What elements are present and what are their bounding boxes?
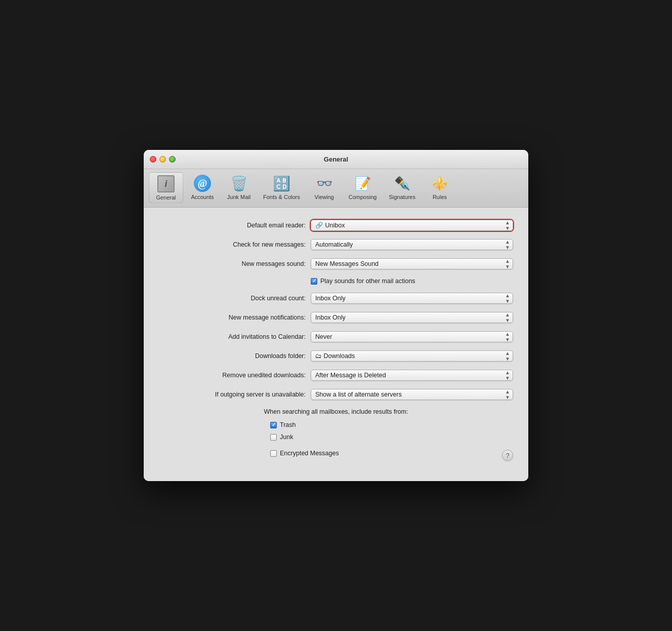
toolbar-item-accounts[interactable]: @ Accounts: [185, 172, 220, 203]
toolbar-label-general: General: [156, 194, 176, 201]
toolbar: General @ Accounts 🗑️ Junk Mail 🔠 Fonts …: [144, 169, 528, 208]
remove-downloads-label: Remove unedited downloads:: [159, 372, 311, 379]
toolbar-label-signatures: Signatures: [389, 194, 415, 200]
main-window: General General @ Accounts 🗑️ Junk Mail: [144, 150, 528, 481]
fonts-icon: 🔠: [272, 174, 290, 192]
check-messages-select-wrapper: Automatically Every 1 minute Every 5 min…: [311, 239, 513, 250]
new-sound-control: New Messages Sound None Basso Blow ▲▼: [311, 258, 513, 269]
remove-downloads-control: After Message is Deleted Never When Mail…: [311, 370, 513, 381]
remove-downloads-select-wrapper: After Message is Deleted Never When Mail…: [311, 370, 513, 381]
trash-checkbox[interactable]: [270, 422, 277, 428]
composing-icon: 📝: [354, 174, 372, 192]
notifications-row: New message notifications: Inbox Only Al…: [159, 312, 513, 323]
toolbar-label-fonts-colors: Fonts & Colors: [263, 194, 300, 200]
signatures-icon: ✒️: [393, 174, 411, 192]
notifications-select[interactable]: Inbox Only All Mailboxes None VIPs Conta…: [311, 312, 513, 323]
settings-content: Default email reader: 🔗 Unibox Mail Airm…: [144, 208, 528, 481]
check-messages-row: Check for new messages: Automatically Ev…: [159, 239, 513, 250]
new-sound-select[interactable]: New Messages Sound None Basso Blow: [311, 258, 513, 269]
new-sound-select-wrapper: New Messages Sound None Basso Blow ▲▼: [311, 258, 513, 269]
minimize-button[interactable]: [159, 156, 166, 163]
rules-icon: ⚜️: [431, 174, 449, 192]
trash-row: Trash: [159, 421, 513, 428]
search-section-title: When searching all mailboxes, include re…: [159, 408, 513, 415]
junk-checkbox[interactable]: [270, 434, 277, 441]
outgoing-server-control: Show a list of alternate servers Automat…: [311, 389, 513, 400]
outgoing-server-label: If outgoing server is unavailable:: [159, 391, 311, 398]
encrypted-checkbox[interactable]: [270, 450, 277, 457]
junkmail-icon: 🗑️: [230, 174, 248, 192]
toolbar-item-junk-mail[interactable]: 🗑️ Junk Mail: [222, 172, 256, 203]
toolbar-label-accounts: Accounts: [191, 194, 214, 200]
outgoing-server-select[interactable]: Show a list of alternate servers Automat…: [311, 389, 513, 400]
invitations-control: Never Automatically Ask ▲▼: [311, 331, 513, 342]
maximize-button[interactable]: [169, 156, 176, 163]
check-messages-select[interactable]: Automatically Every 1 minute Every 5 min…: [311, 239, 513, 250]
default-email-select[interactable]: 🔗 Unibox Mail Airmail: [311, 220, 513, 231]
downloads-row: Downloads folder: 🗂 Downloads Other... ▲…: [159, 350, 513, 362]
outgoing-server-select-wrapper: Show a list of alternate servers Automat…: [311, 389, 513, 400]
notifications-select-wrapper: Inbox Only All Mailboxes None VIPs Conta…: [311, 312, 513, 323]
toolbar-label-junk-mail: Junk Mail: [227, 194, 250, 200]
window-title: General: [324, 155, 348, 163]
downloads-label: Downloads folder:: [159, 352, 311, 360]
title-bar: General: [144, 150, 528, 169]
dock-count-select[interactable]: Inbox Only All Mailboxes None: [311, 293, 513, 304]
close-button[interactable]: [150, 156, 156, 163]
toolbar-item-viewing[interactable]: 👓 Viewing: [307, 172, 342, 203]
trash-label: Trash: [280, 421, 296, 428]
downloads-select-wrapper: 🗂 Downloads Other... ▲▼: [311, 350, 513, 362]
play-sounds-label: Play sounds for other mail actions: [320, 278, 415, 285]
general-icon: [157, 175, 175, 193]
default-email-row: Default email reader: 🔗 Unibox Mail Airm…: [159, 220, 513, 231]
dock-count-select-wrapper: Inbox Only All Mailboxes None ▲▼: [311, 293, 513, 304]
default-email-label: Default email reader:: [159, 222, 311, 229]
accounts-icon: @: [193, 174, 212, 192]
play-sounds-row: Play sounds for other mail actions: [159, 278, 513, 285]
toolbar-item-composing[interactable]: 📝 Composing: [344, 172, 382, 203]
dock-count-row: Dock unread count: Inbox Only All Mailbo…: [159, 293, 513, 304]
remove-downloads-select[interactable]: After Message is Deleted Never When Mail…: [311, 370, 513, 381]
default-email-control: 🔗 Unibox Mail Airmail ▲▼: [311, 220, 513, 231]
dock-count-control: Inbox Only All Mailboxes None ▲▼: [311, 293, 513, 304]
check-messages-control: Automatically Every 1 minute Every 5 min…: [311, 239, 513, 250]
outgoing-server-row: If outgoing server is unavailable: Show …: [159, 389, 513, 400]
toolbar-item-fonts-colors[interactable]: 🔠 Fonts & Colors: [258, 172, 305, 203]
default-email-select-wrapper: 🔗 Unibox Mail Airmail ▲▼: [311, 220, 513, 231]
dock-count-label: Dock unread count:: [159, 295, 311, 302]
play-sounds-checkbox[interactable]: [311, 278, 317, 285]
toolbar-label-rules: Rules: [433, 194, 447, 200]
remove-downloads-row: Remove unedited downloads: After Message…: [159, 370, 513, 381]
traffic-lights: [150, 156, 176, 163]
downloads-select[interactable]: 🗂 Downloads Other...: [311, 350, 513, 362]
encrypted-label: Encrypted Messages: [280, 450, 339, 457]
new-sound-row: New messages sound: New Messages Sound N…: [159, 258, 513, 269]
toolbar-item-signatures[interactable]: ✒️ Signatures: [384, 172, 421, 203]
new-sound-label: New messages sound:: [159, 260, 311, 267]
junk-row: Junk: [159, 433, 513, 441]
toolbar-item-rules[interactable]: ⚜️ Rules: [423, 172, 457, 203]
check-messages-label: Check for new messages:: [159, 241, 311, 248]
viewing-icon: 👓: [315, 174, 333, 192]
invitations-row: Add invitations to Calendar: Never Autom…: [159, 331, 513, 342]
downloads-control: 🗂 Downloads Other... ▲▼: [311, 350, 513, 362]
invitations-label: Add invitations to Calendar:: [159, 333, 311, 340]
notifications-label: New message notifications:: [159, 314, 311, 321]
toolbar-label-viewing: Viewing: [315, 194, 334, 200]
invitations-select-wrapper: Never Automatically Ask ▲▼: [311, 331, 513, 342]
encrypted-row: Encrypted Messages ?: [159, 446, 513, 461]
help-button[interactable]: ?: [502, 450, 513, 461]
junk-label: Junk: [280, 433, 293, 441]
toolbar-label-composing: Composing: [349, 194, 377, 200]
notifications-control: Inbox Only All Mailboxes None VIPs Conta…: [311, 312, 513, 323]
invitations-select[interactable]: Never Automatically Ask: [311, 331, 513, 342]
toolbar-item-general[interactable]: General: [149, 172, 183, 203]
